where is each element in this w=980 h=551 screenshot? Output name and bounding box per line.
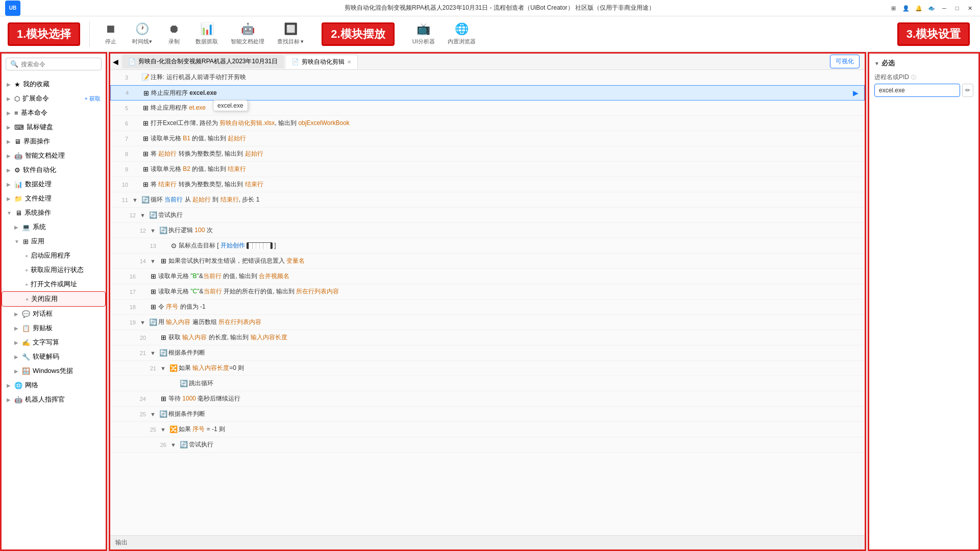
tree-item-ui[interactable]: ▶ 🖥 界面操作: [2, 134, 106, 148]
field-edit-button[interactable]: ✏: [962, 84, 973, 97]
tab-main-flow[interactable]: 📄 剪映自-化混合制变视频RPA机器人2023年10月31日: [122, 55, 284, 68]
user-icon[interactable]: 👤: [901, 3, 911, 13]
ai-doc-button[interactable]: 🤖 智能文档处理: [226, 19, 270, 48]
code-row-4[interactable]: 4 ⊞ 终止应用程序 excel.exe ▶ excel.exe: [110, 85, 865, 101]
tree-item-decode[interactable]: ▶ 🔧 软硬解码: [2, 349, 106, 364]
folder-icon: 🤖: [14, 396, 22, 404]
row-type-icon: ⊞: [140, 165, 151, 173]
collapse-icon[interactable]: ▼: [874, 61, 879, 66]
row-content: 终止应用程序 et.exe: [151, 104, 862, 112]
tree-item-software[interactable]: ▶ ⚙ 软件自动化: [2, 163, 106, 177]
tree-item-system-ops[interactable]: ▼ 🖥 系统操作: [2, 206, 106, 220]
tab-close-icon[interactable]: ✕: [347, 59, 351, 65]
code-row-6: 6 ⊞ 打开Excel工作簿, 路径为 剪映自动化剪辑.xlsx, 输出到 ob…: [110, 116, 865, 131]
tree-item-label: 启动应用程序: [31, 251, 70, 260]
tree-item-clipboard[interactable]: ▶ 📋 剪贴板: [2, 321, 106, 335]
find-target-button[interactable]: 🔲 查找目标▾: [272, 19, 309, 48]
browser-button[interactable]: 🌐 内置浏览器: [443, 19, 481, 48]
tree-item-start-app[interactable]: ◦ 启动应用程序: [2, 248, 106, 263]
tree-item-mouse-keyboard[interactable]: ▶ ⌨ 鼠标键盘: [2, 120, 106, 134]
section3-label: 3.模块设置: [897, 22, 970, 46]
tree-item-app[interactable]: ▼ ⊞ 应用: [2, 234, 106, 248]
right-panel-content: ▼ 必选 进程名或PID ⓘ ✏: [869, 54, 978, 102]
tree-item-system[interactable]: ▶ 💻 系统: [2, 220, 106, 234]
fish-icon[interactable]: 🐟: [926, 3, 937, 13]
row-type-icon: 📝: [140, 73, 151, 81]
row-type-icon: 🔀: [168, 364, 179, 372]
process-name-input[interactable]: [874, 84, 960, 97]
expand-icon[interactable]: ▼: [170, 442, 179, 448]
tree-item-data[interactable]: ▶ 📊 数据处理: [2, 177, 106, 191]
data-fetch-button[interactable]: 📊 数据抓取: [190, 19, 223, 48]
search-icon: 🔍: [10, 60, 18, 68]
row-type-icon: ⊞: [158, 257, 168, 265]
visible-button[interactable]: 可视化: [830, 55, 860, 68]
tree-item-text-write[interactable]: ▶ ✍ 文字写算: [2, 335, 106, 349]
expand-icon[interactable]: ▼: [150, 350, 158, 356]
tree-item-extensions[interactable]: ▶ ⬡ 扩展命令 + 获取: [2, 91, 106, 106]
arrow-icon: ▶: [14, 325, 18, 331]
tab-clip-auto[interactable]: 📄 剪映自动化剪辑 ✕: [285, 55, 358, 69]
row-content: 尝试执行: [158, 211, 862, 219]
code-row-16: 16 ⊞ 读取单元格 "B"&当前行 的值, 输出到 合并视频名: [110, 269, 865, 284]
expand-icon[interactable]: ▼: [160, 365, 168, 371]
ui-analyzer-button[interactable]: 📺 UI分析器: [407, 19, 440, 48]
expand-icon[interactable]: ▼: [140, 212, 148, 218]
folder-icon: ⊞: [23, 238, 29, 245]
line-number: 4: [113, 90, 129, 96]
leaf-icon: ◦: [26, 266, 28, 274]
expand-icon[interactable]: ▼: [132, 197, 140, 203]
timeline-button[interactable]: 🕐 时间线▾: [127, 19, 157, 48]
tree-item-label: 剪贴板: [33, 323, 53, 333]
row-type-icon: ⊞: [148, 288, 158, 295]
search-input[interactable]: [21, 61, 97, 68]
back-nav-icon[interactable]: ◀: [113, 58, 118, 66]
expand-icon[interactable]: ▼: [160, 427, 168, 433]
folder-icon: 🪟: [22, 367, 30, 375]
row-content: 如果尝试执行时发生错误，把错误信息置入 变量名: [168, 257, 862, 265]
search-box[interactable]: 🔍: [6, 58, 102, 70]
row-type-icon: ⊞: [148, 303, 158, 311]
tree-item-network[interactable]: ▶ 🌐 网络: [2, 378, 106, 392]
notify-icon[interactable]: 🔔: [914, 3, 924, 13]
tree-item-ai-doc[interactable]: ▶ 🤖 智能文档处理: [2, 148, 106, 163]
stop-icon: ⏹: [105, 22, 116, 36]
grid-icon[interactable]: ⊞: [888, 3, 898, 13]
expand-icon[interactable]: ▼: [140, 319, 148, 325]
row-content: 读取单元格 B1 的值, 输出到 起始行: [151, 134, 862, 143]
tree-item-close-app[interactable]: ◦ 关闭应用: [2, 291, 106, 307]
expand-icon[interactable]: ▼: [150, 258, 158, 264]
arrow-icon: ▶: [7, 96, 11, 102]
expand-icon[interactable]: ▼: [150, 411, 158, 417]
right-panel: ▼ 必选 进程名或PID ⓘ ✏: [868, 52, 980, 551]
help-icon[interactable]: ⓘ: [911, 74, 916, 81]
row-type-icon: 🔄: [158, 227, 168, 234]
find-target-label: 查找目标▾: [277, 38, 304, 45]
maximize-button[interactable]: □: [952, 3, 962, 13]
line-number: 18: [120, 304, 136, 310]
tree-item-file[interactable]: ▶ 📁 文件处理: [2, 191, 106, 206]
row-content: 读取单元格 "C"&当前行 开始的所在行的值, 输出到 所在行列表内容: [158, 287, 862, 296]
tree-item-robot[interactable]: ▶ 🤖 机器人指挥官: [2, 392, 106, 407]
arrow-icon: ▶: [7, 82, 11, 87]
tree-item-basic[interactable]: ▶ ≡ 基本命令: [2, 106, 106, 120]
arrow-icon: ▶: [14, 354, 18, 360]
tree-item-credentials[interactable]: ▶ 🪟 Windows凭据: [2, 364, 106, 378]
arrow-icon: ▶: [7, 167, 11, 173]
close-button[interactable]: ✕: [965, 3, 975, 13]
tree-item-favorites[interactable]: ▶ ★ 我的收藏: [2, 77, 106, 91]
tree-item-app-status[interactable]: ◦ 获取应用运行状态: [2, 263, 106, 277]
tree-item-label: 鼠标键盘: [27, 122, 53, 132]
minimize-button[interactable]: ─: [939, 3, 949, 13]
play-button[interactable]: ▶: [849, 89, 862, 97]
line-number: 13: [141, 243, 156, 249]
data-fetch-icon: 📊: [200, 22, 214, 36]
tree-item-dialog[interactable]: ▶ 💬 对话框: [2, 307, 106, 321]
expand-icon[interactable]: ▼: [150, 228, 158, 234]
line-number: 17: [120, 289, 136, 295]
browser-icon: 🌐: [455, 22, 469, 36]
tree-item-open-file[interactable]: ◦ 打开文件或网址: [2, 277, 106, 291]
record-button[interactable]: ⏺ 录制: [160, 19, 188, 48]
stop-button[interactable]: ⏹ 停止: [96, 19, 125, 48]
get-btn[interactable]: + 获取: [85, 95, 101, 103]
